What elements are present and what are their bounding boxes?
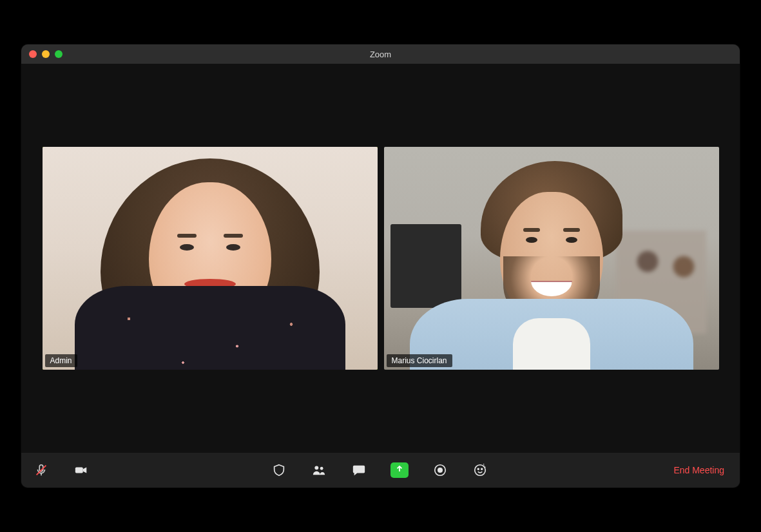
mute-button[interactable] <box>33 462 50 479</box>
video-tile-admin[interactable]: Admin <box>43 147 378 370</box>
close-window-button[interactable] <box>29 50 37 58</box>
svg-rect-2 <box>75 467 83 473</box>
video-button[interactable] <box>73 462 90 479</box>
window-title: Zoom <box>21 50 740 59</box>
chat-bubble-icon <box>352 463 366 477</box>
meeting-toolbar: End Meeting <box>21 453 740 488</box>
participant-name-label: Admin <box>45 354 77 367</box>
share-screen-button[interactable] <box>390 462 409 478</box>
participant-video-feed <box>384 147 719 370</box>
participants-button[interactable] <box>311 462 327 479</box>
security-button[interactable] <box>271 462 287 479</box>
microphone-muted-icon <box>34 463 48 477</box>
record-icon <box>433 463 447 477</box>
window-controls <box>29 50 63 58</box>
shield-icon <box>272 463 286 477</box>
video-camera-icon <box>74 463 88 477</box>
record-button[interactable] <box>432 462 448 479</box>
people-icon <box>312 463 326 477</box>
participant-video-feed <box>43 147 378 370</box>
maximize-window-button[interactable] <box>55 50 63 58</box>
minimize-window-button[interactable] <box>42 50 50 58</box>
svg-point-3 <box>315 466 319 470</box>
share-screen-icon <box>395 464 404 476</box>
video-area: Admin Marius Ciocirlan <box>21 64 740 453</box>
end-meeting-button[interactable]: End Meeting <box>669 462 728 478</box>
svg-point-6 <box>438 468 442 472</box>
video-tile-marius[interactable]: Marius Ciocirlan <box>384 147 719 370</box>
reactions-button[interactable] <box>472 462 488 479</box>
video-grid: Admin Marius Ciocirlan <box>43 147 719 370</box>
zoom-window: Zoom Admin <box>21 44 740 488</box>
svg-point-9 <box>481 468 483 470</box>
svg-point-8 <box>478 468 479 470</box>
chat-button[interactable] <box>351 462 367 479</box>
svg-point-7 <box>475 465 486 476</box>
window-titlebar: Zoom <box>21 44 740 64</box>
reactions-icon <box>473 463 487 477</box>
participant-name-label: Marius Ciocirlan <box>387 354 452 367</box>
svg-point-4 <box>320 467 323 470</box>
